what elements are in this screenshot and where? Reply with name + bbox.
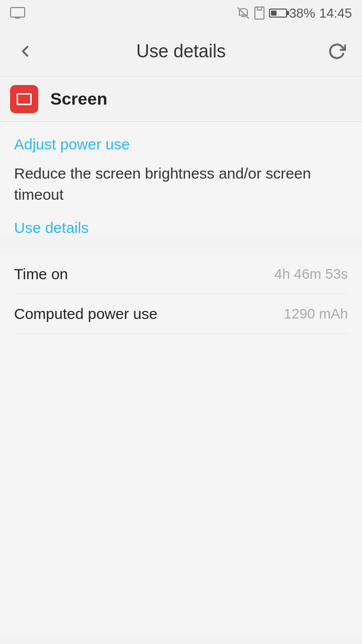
screen-status-icon [10, 7, 25, 19]
battery-icon [269, 9, 287, 18]
main-content: Adjust power use Reduce the screen brigh… [0, 122, 362, 236]
screen-icon-inner [17, 93, 32, 105]
screen-header: Screen [0, 76, 362, 122]
time-on-value: 4h 46m 53s [275, 266, 348, 282]
empty-area [0, 334, 362, 636]
clock: 14:45 [319, 6, 352, 21]
table-row: Computed power use 1290 mAh [14, 294, 348, 334]
table-row: Time on 4h 46m 53s [14, 255, 348, 294]
description-text: Reduce the screen brightness and/or scre… [14, 163, 348, 205]
status-icons: 38% 14:45 [237, 6, 352, 21]
svg-rect-5 [255, 7, 264, 19]
sim-icon [254, 7, 265, 20]
use-details-link[interactable]: Use details [14, 219, 348, 236]
power-use-label: Computed power use [14, 305, 157, 323]
power-use-value: 1290 mAh [284, 306, 348, 322]
notification-icon [237, 7, 250, 20]
app-bar: Use details [0, 26, 362, 76]
refresh-icon [328, 42, 346, 60]
screen-name: Screen [50, 89, 107, 109]
back-button[interactable] [10, 36, 40, 66]
battery-percent: 38% [289, 6, 315, 21]
back-icon [16, 42, 34, 60]
time-on-label: Time on [14, 266, 68, 283]
status-bar: 38% 14:45 [0, 0, 362, 26]
battery-container: 38% [269, 6, 315, 21]
svg-rect-0 [11, 8, 25, 17]
page-title: Use details [40, 41, 322, 62]
screen-app-icon [10, 85, 38, 113]
stats-section: Time on 4h 46m 53s Computed power use 12… [0, 255, 362, 334]
adjust-power-link[interactable]: Adjust power use [14, 136, 348, 153]
refresh-button[interactable] [322, 36, 352, 66]
